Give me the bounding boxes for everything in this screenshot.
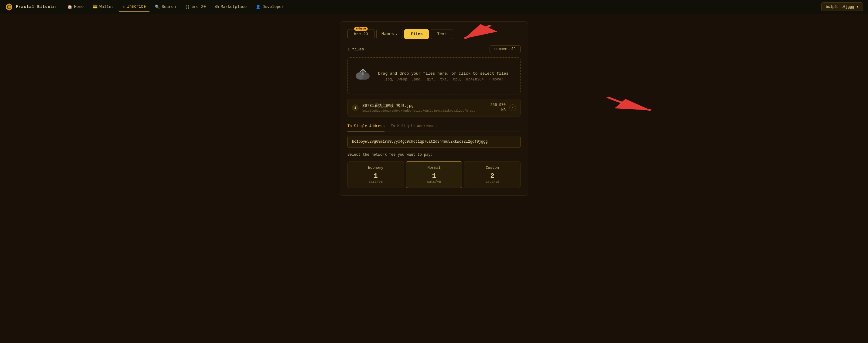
svg-point-5 bbox=[362, 73, 370, 79]
brc20-badge: 5-byte bbox=[354, 27, 368, 31]
tab-bar: 5-byte brc-20 Names ▾ Files Text bbox=[347, 29, 521, 39]
address-input[interactable] bbox=[347, 136, 521, 148]
navbar: Fractal Bitcoin 🏠 Home 💳 Wallet ✏️ Inscr… bbox=[0, 0, 868, 14]
brand-name: Fractal Bitcoin bbox=[16, 5, 56, 9]
inscribe-icon: ✏️ bbox=[123, 4, 125, 9]
tab-names[interactable]: Names ▾ bbox=[376, 29, 403, 39]
file-item: 1 S6781看热点解读 拷贝.jpg bc1p5yw52vg69m1rs95y… bbox=[347, 99, 521, 117]
marketplace-icon: 🛍 bbox=[215, 5, 219, 9]
main-content: 5-byte brc-20 Names ▾ Files Text 1 files… bbox=[0, 14, 868, 203]
file-name: S6781看热点解读 拷贝.jpg bbox=[362, 103, 487, 108]
file-drop-zone[interactable]: Drag and drop your files here, or click … bbox=[347, 57, 521, 94]
files-count: 1 files bbox=[347, 47, 364, 52]
search-icon: 🔍 bbox=[155, 5, 160, 9]
brand-logo[interactable]: Fractal Bitcoin bbox=[5, 3, 56, 11]
tab-text[interactable]: Text bbox=[431, 29, 453, 39]
brc20-icon: {} bbox=[185, 5, 190, 9]
file-remove-button[interactable]: ✕ bbox=[509, 104, 516, 111]
inscribe-card: 5-byte brc-20 Names ▾ Files Text 1 files… bbox=[340, 21, 528, 196]
fee-label: Select the network fee you want to pay: bbox=[347, 153, 521, 157]
nav-wallet[interactable]: 💳 Wallet bbox=[88, 3, 118, 11]
address-tabs: To Single Address To Multiple Addresses bbox=[347, 122, 521, 131]
nav-marketplace[interactable]: 🛍 Marketplace bbox=[211, 3, 251, 11]
fee-economy[interactable]: Economy 1 sats/vB bbox=[347, 161, 404, 188]
fee-options: Economy 1 sats/vB Normal 1 sats/vB Custo… bbox=[347, 161, 521, 188]
upload-cloud-icon bbox=[354, 66, 372, 85]
remove-all-button[interactable]: remove all bbox=[490, 45, 521, 53]
file-info: S6781看热点解读 拷贝.jpg bc1p5yw52vg69m1rs95yyx… bbox=[362, 103, 487, 113]
nav-home[interactable]: 🏠 Home bbox=[63, 3, 88, 11]
developer-icon: 👤 bbox=[256, 5, 260, 9]
wallet-icon: 💳 bbox=[93, 5, 97, 9]
tab-brc20[interactable]: 5-byte brc-20 bbox=[347, 29, 374, 39]
addr-tab-multiple[interactable]: To Multiple Addresses bbox=[391, 122, 436, 131]
drop-zone-text: Drag and drop your files here, or click … bbox=[378, 70, 508, 77]
nav-items: 🏠 Home 💳 Wallet ✏️ Inscribe 🔍 Search {} … bbox=[63, 2, 821, 11]
wallet-connect-button[interactable]: bc1p5...0jggg ▾ bbox=[821, 2, 863, 11]
chevron-down-icon: ▾ bbox=[396, 32, 398, 36]
home-icon: 🏠 bbox=[67, 5, 72, 9]
drop-zone-subtitle: .jpg, .webp, .png, .gif, .txt, .mp3, .mp… bbox=[378, 77, 508, 82]
nav-developer[interactable]: 👤 Developer bbox=[251, 3, 288, 11]
fee-custom[interactable]: Custom 2 sats/vB bbox=[464, 161, 521, 188]
nav-search[interactable]: 🔍 Search bbox=[151, 3, 180, 11]
file-number: 1 bbox=[352, 104, 359, 111]
addr-tab-single[interactable]: To Single Address bbox=[347, 122, 384, 131]
nav-brc20[interactable]: {} brc-20 bbox=[181, 3, 210, 11]
files-header: 1 files remove all bbox=[347, 45, 521, 53]
file-size: 256.970 KB bbox=[491, 103, 506, 113]
fee-normal[interactable]: Normal 1 sats/vB bbox=[406, 161, 462, 188]
nav-inscribe[interactable]: ✏️ Inscribe bbox=[119, 2, 150, 11]
tab-files[interactable]: Files bbox=[404, 29, 429, 39]
file-address: bc1p5yw52vg69m1rs95yyx4gd9chqt1qp76at2d3… bbox=[362, 109, 487, 113]
